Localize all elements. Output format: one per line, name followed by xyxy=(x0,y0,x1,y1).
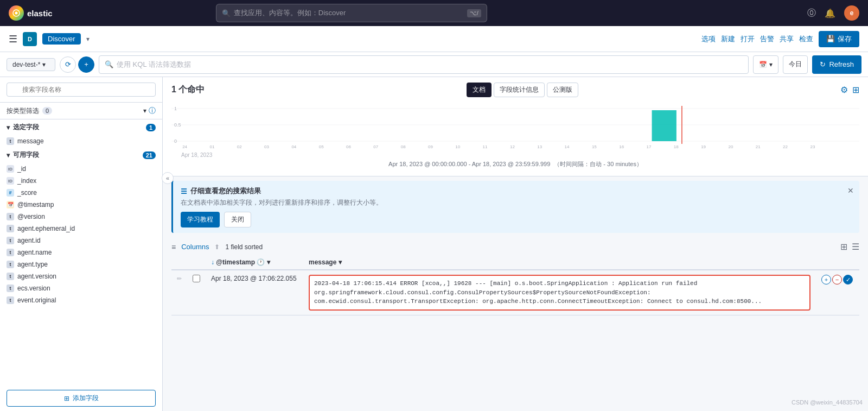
selected-field-message[interactable]: t message xyxy=(0,135,162,147)
filter-sync-button[interactable]: ⟳ xyxy=(60,56,76,73)
index-pattern-selector[interactable]: dev-test-* ▾ xyxy=(7,58,55,71)
elastic-logo-text: elastic xyxy=(27,9,53,18)
notifications-icon[interactable]: 🔔 xyxy=(825,8,835,18)
row-add-check-button[interactable]: ✓ xyxy=(843,275,853,284)
search-shortcut: ⌥/ xyxy=(467,9,481,17)
share-action[interactable]: 共享 xyxy=(780,34,794,44)
error-line-1: 2023-04-18 17:06:15.414 ERROR [xcoa,,] 1… xyxy=(314,279,805,288)
hamburger-menu[interactable]: ☰ xyxy=(9,33,17,45)
field-agent-version[interactable]: t agent.version xyxy=(0,270,162,282)
field-type-t-icon: t xyxy=(7,249,14,256)
field-name: event.original xyxy=(17,296,56,304)
columns-icon[interactable]: ≡ xyxy=(171,243,176,251)
svg-text:22: 22 xyxy=(783,144,788,149)
svg-point-1 xyxy=(15,12,18,15)
save-button[interactable]: 💾 保存 xyxy=(819,31,859,47)
today-button[interactable]: 今日 xyxy=(783,55,808,74)
refresh-icon: ↻ xyxy=(820,60,826,68)
selected-field-name: message xyxy=(17,137,44,145)
chart-display-icon[interactable]: ⊞ xyxy=(852,85,859,95)
col-message-header[interactable]: message ▾ xyxy=(303,255,816,270)
chart-date-label: Apr 18, 2023 xyxy=(181,152,212,158)
chart-icon-group: ⚙ ⊞ xyxy=(840,85,859,95)
available-fields-header[interactable]: ▾ 可用字段 21 xyxy=(0,147,162,163)
options-action[interactable]: 选项 xyxy=(701,34,716,44)
elastic-logo[interactable]: elastic xyxy=(9,5,53,21)
row-select-checkbox[interactable] xyxy=(193,275,200,282)
date-picker-button[interactable]: 📅 ▾ xyxy=(753,55,778,74)
sort-label[interactable]: 1 field sorted xyxy=(225,243,263,251)
refresh-button[interactable]: ↻ Refresh xyxy=(812,55,861,74)
row-add-minus-button[interactable]: − xyxy=(832,275,842,284)
msg-chevron-icon[interactable]: ▾ xyxy=(339,258,342,266)
add-field-icon: ⊞ xyxy=(64,395,69,402)
new-action[interactable]: 新建 xyxy=(721,34,735,44)
field-agent-id[interactable]: t agent.id xyxy=(0,235,162,246)
global-search-bar[interactable]: 🔍 查找应用、内容等。例如：Discover ⌥/ xyxy=(216,4,487,22)
chart-settings-icon[interactable]: ⚙ xyxy=(840,85,848,95)
svg-text:0.5: 0.5 xyxy=(174,122,181,128)
ts-chevron-icon[interactable]: ▾ xyxy=(267,258,270,266)
pencil-icon[interactable]: ✏ xyxy=(177,275,182,282)
columns-label[interactable]: Columns xyxy=(181,243,209,251)
svg-text:02: 02 xyxy=(237,144,242,149)
data-table: ↓ @timestamp 🕐 ▾ message ▾ xyxy=(171,255,859,315)
open-action[interactable]: 打开 xyxy=(741,34,755,44)
field-type-t-icon: t xyxy=(7,213,14,220)
banner-close-button[interactable]: ✕ xyxy=(847,186,854,195)
sidebar-collapse-button[interactable]: « xyxy=(162,172,174,184)
field-timestamp[interactable]: 📅 @timestamp xyxy=(0,199,162,211)
field-_id[interactable]: ID _id xyxy=(0,163,162,175)
field-type-t-icon: t xyxy=(7,273,14,280)
selected-fields-header[interactable]: ▾ 选定字段 1 xyxy=(0,119,162,135)
tab-documents[interactable]: 文档 xyxy=(467,83,492,97)
results-toolbar: ≡ Columns ⬆ 1 field sorted ⊞ ☰ xyxy=(171,237,859,255)
kql-search-input[interactable]: 🔍 使用 KQL 语法筛选数据 xyxy=(99,55,749,74)
svg-text:1: 1 xyxy=(174,106,177,111)
selected-fields-count: 1 xyxy=(146,124,156,131)
filter-type-chevron[interactable]: ▾ xyxy=(143,107,146,115)
field-agent-ephemeral-id[interactable]: t agent.ephemeral_id xyxy=(0,223,162,235)
svg-text:01: 01 xyxy=(209,144,214,149)
tab-beta[interactable]: 公测版 xyxy=(547,83,578,97)
field-_score[interactable]: # _score xyxy=(0,187,162,199)
field-type-id-icon: ID xyxy=(7,165,14,173)
field-version[interactable]: t @version xyxy=(0,211,162,223)
list-view-icon[interactable]: ☰ xyxy=(852,242,859,252)
filter-add-button[interactable]: + xyxy=(78,56,94,73)
svg-text:24: 24 xyxy=(182,144,187,149)
field-search-input[interactable] xyxy=(7,83,156,97)
svg-text:19: 19 xyxy=(701,144,706,149)
col-timestamp-header[interactable]: ↓ @timestamp 🕐 ▾ xyxy=(206,255,303,270)
tab-field-stats[interactable]: 字段统计信息 xyxy=(494,83,545,97)
svg-text:15: 15 xyxy=(592,144,597,149)
learn-tutorial-button[interactable]: 学习教程 xyxy=(181,212,220,227)
info-banner: ✕ ☰ 仔细查看您的搜索结果 在文档表中添加相关字段，对列进行重新排序和排序，调… xyxy=(171,181,859,233)
discover-app-badge[interactable]: Discover xyxy=(42,33,81,45)
field-_index[interactable]: ID _index xyxy=(0,175,162,187)
filter-type-info-icon[interactable]: ⓘ xyxy=(149,106,156,116)
close-banner-button[interactable]: 关闭 xyxy=(224,212,251,227)
selected-chevron-icon: ▾ xyxy=(7,124,10,131)
col-actions-header xyxy=(816,255,859,270)
table-body: ✏ Apr 18, 2023 @ 17:06:22.055 2023-04-18… xyxy=(171,270,859,315)
top-navigation: elastic 🔍 查找应用、内容等。例如：Discover ⌥/ ⓪ 🔔 e xyxy=(0,0,868,26)
field-agent-type[interactable]: t agent.type xyxy=(0,258,162,270)
chart-section: 1 个命中 文档 字段统计信息 公测版 ⚙ ⊞ xyxy=(163,77,868,176)
table-row: ✏ Apr 18, 2023 @ 17:06:22.055 2023-04-18… xyxy=(171,270,859,315)
svg-text:08: 08 xyxy=(401,144,406,149)
add-field-button[interactable]: ⊞ 添加字段 xyxy=(7,390,156,407)
field-event-original[interactable]: t event.original xyxy=(0,294,162,306)
app-chevron-icon[interactable]: ▾ xyxy=(86,35,90,43)
help-icon[interactable]: ⓪ xyxy=(807,8,816,19)
field-type-t-icon: t xyxy=(7,137,14,145)
row-message-cell[interactable]: 2023-04-18 17:06:15.414 ERROR [xcoa,,] 1… xyxy=(303,270,816,315)
ts-clock-icon: 🕐 xyxy=(257,258,265,266)
table-view-icon[interactable]: ⊞ xyxy=(840,242,847,252)
field-ecs-version[interactable]: t ecs.version xyxy=(0,282,162,294)
alert-action[interactable]: 告警 xyxy=(760,34,774,44)
row-add-plus-button[interactable]: + xyxy=(821,275,831,284)
user-avatar[interactable]: e xyxy=(844,5,859,21)
field-agent-name[interactable]: t agent.name xyxy=(0,246,162,258)
inspect-action[interactable]: 检查 xyxy=(799,34,813,44)
